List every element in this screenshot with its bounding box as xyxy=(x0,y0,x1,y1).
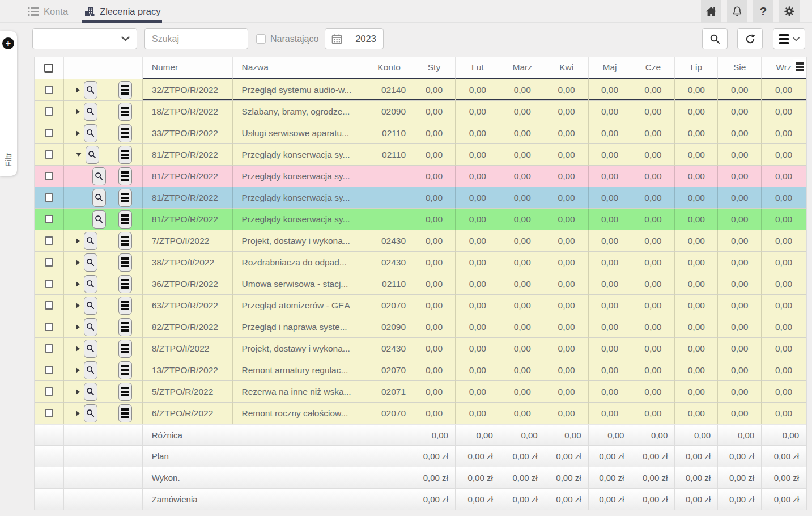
table-row[interactable]: 6/ZTPO/R/2022Remont roczny całościow...0… xyxy=(35,403,806,424)
row-menu-button[interactable] xyxy=(118,297,132,315)
row-preview-button[interactable] xyxy=(92,189,106,207)
table-row[interactable]: 33/ZTPO/R/2022Usługi serwisowe aparatu..… xyxy=(35,122,806,144)
help-button[interactable]: ? xyxy=(753,0,773,23)
table-row[interactable]: 63/ZTPO/R/2022Przegląd atomizerów - GEA0… xyxy=(35,295,806,316)
row-preview-button[interactable] xyxy=(84,253,97,272)
row-checkbox[interactable] xyxy=(45,172,53,180)
row-menu-button[interactable] xyxy=(118,146,132,164)
expand-arrow-icon[interactable] xyxy=(76,238,80,244)
notifications-button[interactable] xyxy=(727,0,747,23)
table-row[interactable]: 81/ZTPO/R/2022Przeglądy konserwacja sy..… xyxy=(35,187,806,209)
narastajaco-checkbox[interactable] xyxy=(256,34,266,44)
table-row[interactable]: 81/ZTPO/R/2022Przeglądy konserwacja sy..… xyxy=(35,209,806,230)
row-menu-button[interactable] xyxy=(118,404,132,422)
row-checkbox[interactable] xyxy=(45,236,53,245)
row-preview-button[interactable] xyxy=(92,210,106,229)
year-field[interactable]: 2023 xyxy=(348,29,383,49)
row-menu-button[interactable] xyxy=(118,167,132,185)
table-row[interactable]: 13/ZTPO/R/2022Remont armatury regulac...… xyxy=(35,359,806,381)
row-preview-button[interactable] xyxy=(84,81,97,99)
row-preview-button[interactable] xyxy=(84,340,97,358)
column-header-month[interactable]: Sie xyxy=(718,57,762,79)
expand-arrow-icon[interactable] xyxy=(76,130,80,136)
table-row[interactable]: 38/ZTPO/I/2022Rozdrabniacza do odpad...0… xyxy=(35,252,806,273)
column-menu-button[interactable] xyxy=(793,59,806,75)
row-checkbox[interactable] xyxy=(45,107,53,116)
expand-arrow-icon[interactable] xyxy=(76,367,80,373)
expand-arrow-icon[interactable] xyxy=(76,281,80,287)
table-row[interactable]: 5/ZTPO/R/2022Rezerwa na inne niż wska...… xyxy=(35,381,806,403)
row-menu-button[interactable] xyxy=(118,253,132,272)
row-menu-button[interactable] xyxy=(118,210,132,229)
select-all-checkbox[interactable] xyxy=(44,64,53,73)
expand-arrow-icon[interactable] xyxy=(76,260,80,265)
row-checkbox[interactable] xyxy=(45,409,53,417)
table-row[interactable]: 18/ZTPO/R/2022Szlabany, bramy, ogrodze..… xyxy=(35,101,806,122)
filter-type-select[interactable] xyxy=(32,28,137,49)
row-checkbox[interactable] xyxy=(45,280,53,288)
row-preview-button[interactable] xyxy=(84,275,97,293)
tab-zlecenia-pracy[interactable]: Zlecenia pracy xyxy=(83,0,161,23)
table-row[interactable]: 81/ZTPO/R/2022Przeglądy konserwacja sy..… xyxy=(35,166,806,187)
column-header-month[interactable]: Sty xyxy=(413,57,456,79)
table-row[interactable]: 32/ZTPO/R/2022Przegląd systemu audio-w..… xyxy=(35,79,806,101)
expand-arrow-icon[interactable] xyxy=(76,411,80,416)
row-checkbox[interactable] xyxy=(45,86,53,94)
add-filter-button[interactable]: + xyxy=(2,37,14,49)
table-row[interactable]: 7/ZTPO/I/2022Projekt, dostawy i wykona..… xyxy=(35,230,806,252)
row-checkbox[interactable] xyxy=(45,387,53,396)
column-header-month[interactable]: Cze xyxy=(631,57,675,79)
table-row[interactable]: 36/ZTPO/R/2022Umowa serwisowa - stacj...… xyxy=(35,273,806,295)
tab-konta[interactable]: Konta xyxy=(27,0,69,23)
expand-arrow-icon[interactable] xyxy=(76,324,80,330)
expand-arrow-icon[interactable] xyxy=(76,389,80,395)
row-menu-button[interactable] xyxy=(118,275,132,293)
row-preview-button[interactable] xyxy=(84,361,97,379)
home-button[interactable] xyxy=(701,0,721,23)
row-preview-button[interactable] xyxy=(84,232,97,250)
refresh-button[interactable] xyxy=(737,28,763,49)
row-menu-button[interactable] xyxy=(118,189,132,207)
settings-button[interactable] xyxy=(779,0,800,23)
row-checkbox[interactable] xyxy=(45,344,53,353)
row-checkbox[interactable] xyxy=(45,129,53,137)
row-preview-button[interactable] xyxy=(84,383,97,401)
row-checkbox[interactable] xyxy=(45,258,53,267)
row-checkbox[interactable] xyxy=(45,193,53,202)
row-menu-button[interactable] xyxy=(118,124,132,142)
expand-arrow-icon[interactable] xyxy=(76,153,82,157)
table-row[interactable]: 8/ZTPO/I/2022Projekt, dostawy i wykona..… xyxy=(35,338,806,359)
row-preview-button[interactable] xyxy=(84,318,97,336)
expand-arrow-icon[interactable] xyxy=(76,87,80,93)
column-header-month[interactable]: Marz xyxy=(500,57,545,79)
expand-arrow-icon[interactable] xyxy=(76,109,80,115)
column-header-month[interactable]: Lut xyxy=(456,57,500,79)
column-header-nazwa[interactable]: Nazwa xyxy=(233,57,366,79)
row-menu-button[interactable] xyxy=(118,318,132,336)
row-menu-button[interactable] xyxy=(118,81,132,99)
row-checkbox[interactable] xyxy=(45,150,53,159)
row-preview-button[interactable] xyxy=(84,124,97,142)
row-menu-button[interactable] xyxy=(118,340,132,358)
row-checkbox[interactable] xyxy=(45,366,53,374)
row-preview-button[interactable] xyxy=(84,404,97,422)
column-header-konto[interactable]: Konto xyxy=(365,57,413,79)
row-menu-button[interactable] xyxy=(118,103,132,121)
row-menu-button[interactable] xyxy=(118,383,132,401)
grid-search-button[interactable] xyxy=(702,28,728,49)
expand-arrow-icon[interactable] xyxy=(76,303,80,308)
table-row[interactable]: 81/ZTPO/R/2022Przeglądy konserwacja sy..… xyxy=(35,144,806,166)
row-checkbox[interactable] xyxy=(45,215,53,223)
row-checkbox[interactable] xyxy=(45,301,53,310)
column-header-numer[interactable]: Numer xyxy=(143,57,233,79)
calendar-button[interactable] xyxy=(325,29,348,49)
row-preview-button[interactable] xyxy=(86,146,99,164)
column-header-month[interactable]: Maj xyxy=(589,57,632,79)
column-header-month[interactable]: Lip xyxy=(675,57,718,79)
row-preview-button[interactable] xyxy=(84,103,97,121)
table-row[interactable]: 82/ZTPO/R/2022Przegląd i naprawa syste..… xyxy=(35,316,806,338)
search-input[interactable] xyxy=(145,29,248,49)
grid-menu-button[interactable] xyxy=(773,28,805,49)
row-checkbox[interactable] xyxy=(45,323,53,331)
row-preview-button[interactable] xyxy=(84,297,97,315)
